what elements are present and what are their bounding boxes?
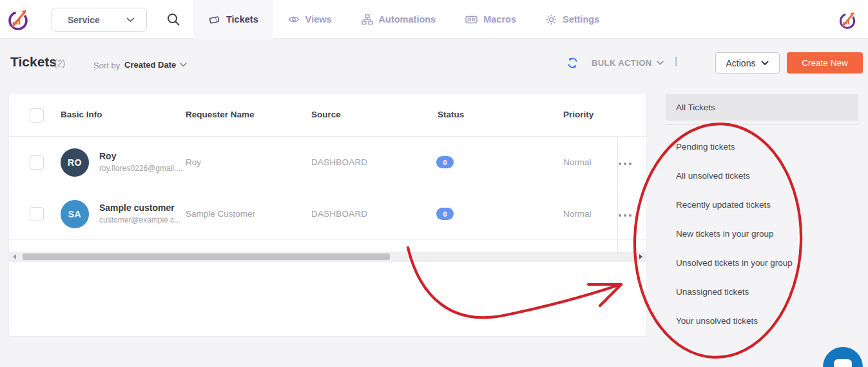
gear-icon <box>546 14 557 25</box>
tab-views-label: Views <box>305 14 332 25</box>
scrollbar-thumb[interactable] <box>23 253 390 260</box>
search-icon[interactable] <box>165 11 182 28</box>
sidebar-item-label: Your unsolved tickets <box>676 316 758 326</box>
ticket-email: customer@example.c... <box>99 215 180 224</box>
app-root: Service Tickets <box>0 0 868 367</box>
chevron-down-icon <box>761 61 769 66</box>
brand-logo-right-icon <box>836 8 859 32</box>
tab-automations-label: Automations <box>379 14 436 25</box>
actions-button-label: Actions <box>726 58 756 68</box>
tab-automations[interactable]: Automations <box>347 0 451 39</box>
macro-icon <box>465 15 477 24</box>
table-row[interactable]: SA Sample customer customer@example.c...… <box>9 188 646 240</box>
horizontal-scrollbar[interactable] <box>9 252 646 262</box>
product-switcher-dropdown[interactable]: Service <box>52 8 147 32</box>
row-checkbox[interactable] <box>30 207 44 221</box>
top-navbar: Service Tickets <box>0 0 868 39</box>
tab-settings-label: Settings <box>563 14 599 25</box>
brand-logo-icon <box>4 5 32 34</box>
bulk-action-label: BULK ACTION <box>592 58 651 68</box>
sidebar-selected-label: All Tickets <box>676 103 715 112</box>
sidebar-item-label: Pending tickets <box>676 142 735 152</box>
scroll-right-icon[interactable] <box>639 254 642 259</box>
ticket-source: DASHBOARD <box>311 157 367 167</box>
main-nav-tabs: Tickets Views Automations <box>193 0 614 39</box>
row-actions-icon[interactable] <box>619 160 638 168</box>
sidebar-item-new-tickets-in-your-group[interactable]: New tickets in your group <box>666 219 858 248</box>
table-header-row: Basic Info Requester Name Source Status … <box>9 94 646 137</box>
col-basic-info: Basic Info <box>61 110 102 119</box>
actions-button[interactable]: Actions <box>715 52 780 74</box>
sidebar-item-your-unsolved-tickets[interactable]: Your unsolved tickets <box>666 306 858 335</box>
avatar: SA <box>61 200 89 228</box>
requester-name: Sample Customer <box>186 209 255 219</box>
tab-macros[interactable]: Macros <box>450 0 531 39</box>
ticket-views-sidebar: Pending tickets All unsolved tickets Rec… <box>666 132 858 335</box>
sidebar-item-label: Unsolved tickets in your group <box>676 258 793 268</box>
sidebar-item-all-tickets[interactable]: All Tickets <box>666 94 858 121</box>
scroll-left-icon[interactable] <box>13 254 16 259</box>
toolbar-separator: | <box>675 55 677 67</box>
tab-macros-label: Macros <box>483 14 516 25</box>
ticket-email: roy.flores0226@gmail.... <box>99 164 182 173</box>
sidebar-item-label: Unassigned tickets <box>676 287 749 297</box>
sitemap-icon <box>362 14 373 25</box>
sort-value-label: Created Date <box>124 60 176 70</box>
col-status: Status <box>438 110 464 119</box>
actions-column-divider <box>617 135 618 253</box>
chat-icon <box>834 359 852 367</box>
col-source: Source <box>311 110 341 119</box>
col-requester-name: Requester Name <box>186 110 255 119</box>
ticket-priority: Normal <box>563 157 592 167</box>
page-title: Tickets <box>10 54 57 70</box>
sidebar-item-recently-updated-tickets[interactable]: Recently updated tickets <box>666 190 858 219</box>
row-actions-icon[interactable] <box>619 212 638 219</box>
sidebar-item-label: Recently updated tickets <box>676 200 771 210</box>
ticket-icon <box>208 14 220 26</box>
chevron-down-icon <box>126 17 135 23</box>
ticket-priority: Normal <box>563 209 592 219</box>
ticket-name: Roy <box>99 151 116 161</box>
eye-icon <box>288 15 300 24</box>
tickets-table: Basic Info Requester Name Source Status … <box>9 94 646 336</box>
sidebar-item-unassigned-tickets[interactable]: Unassigned tickets <box>666 277 858 306</box>
ticket-name: Sample customer <box>99 203 175 213</box>
requester-name: Roy <box>186 157 201 167</box>
sidebar-item-unsolved-tickets-in-your-group[interactable]: Unsolved tickets in your group <box>666 248 858 277</box>
ticket-source: DASHBOARD <box>311 209 367 219</box>
create-new-button-label: Create New <box>802 58 847 68</box>
table-row[interactable]: RO Roy roy.flores0226@gmail.... Roy DASH… <box>9 137 646 188</box>
bulk-action-dropdown[interactable]: BULK ACTION <box>592 58 664 68</box>
product-switcher-label: Service <box>68 15 100 25</box>
sidebar-item-all-unsolved-tickets[interactable]: All unsolved tickets <box>666 161 858 190</box>
chat-widget-button[interactable] <box>823 347 863 367</box>
chevron-down-icon <box>657 61 664 65</box>
select-all-checkbox[interactable] <box>30 108 44 123</box>
refresh-icon[interactable] <box>566 57 579 70</box>
avatar: RO <box>61 148 89 177</box>
ticket-count: (2) <box>54 58 65 68</box>
tab-views[interactable]: Views <box>273 0 347 39</box>
status-badge[interactable]: 0 <box>436 156 454 168</box>
sort-by-label: Sort by <box>93 61 120 70</box>
tab-tickets[interactable]: Tickets <box>193 0 273 39</box>
sidebar-item-label: All unsolved tickets <box>676 171 750 181</box>
sort-value-dropdown[interactable]: Created Date <box>124 60 187 70</box>
col-priority: Priority <box>563 110 593 119</box>
chevron-down-icon <box>180 63 187 67</box>
status-badge[interactable]: 0 <box>436 208 454 220</box>
row-checkbox[interactable] <box>30 155 44 170</box>
sidebar-divider <box>666 124 858 125</box>
tab-settings[interactable]: Settings <box>531 0 614 39</box>
tab-tickets-label: Tickets <box>226 14 258 25</box>
sidebar-item-pending-tickets[interactable]: Pending tickets <box>666 132 858 161</box>
sidebar-item-label: New tickets in your group <box>676 229 774 239</box>
create-new-button[interactable]: Create New <box>787 52 863 74</box>
